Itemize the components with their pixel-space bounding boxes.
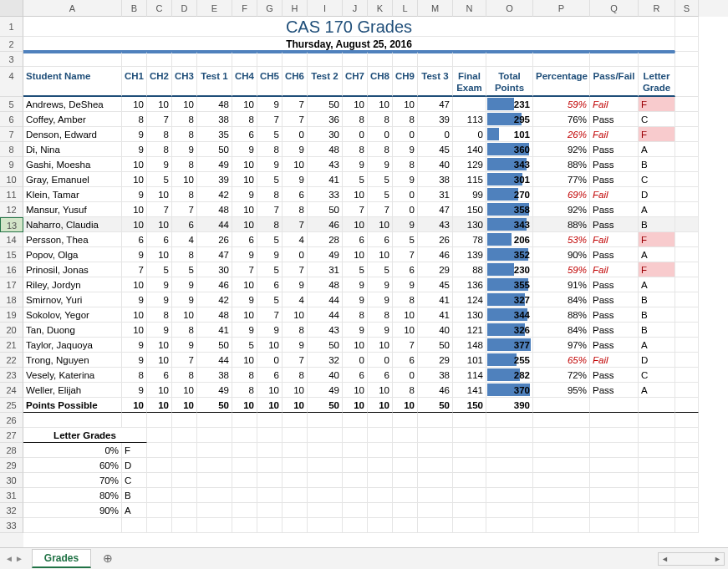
row-header-18[interactable]: 18 [0, 292, 23, 307]
cell[interactable] [453, 428, 486, 443]
val[interactable]: 6 [343, 232, 368, 247]
val[interactable]: 9 [368, 323, 393, 338]
passfail[interactable]: Pass [590, 383, 639, 398]
val[interactable]: 46 [418, 247, 453, 262]
val[interactable]: 31 [418, 187, 453, 202]
cell[interactable] [232, 413, 257, 428]
cell-S[interactable] [675, 338, 699, 353]
val[interactable]: 38 [418, 368, 453, 383]
percentage[interactable]: 53% [533, 232, 590, 247]
cell[interactable] [308, 518, 343, 533]
header-test-2[interactable]: Test 2 [308, 67, 343, 97]
cell-row3-3[interactable] [172, 52, 197, 67]
val[interactable]: 7 [368, 202, 393, 217]
row-header-19[interactable]: 19 [0, 307, 23, 323]
cell[interactable] [486, 518, 533, 533]
letter-grade[interactable]: B [639, 323, 675, 338]
val[interactable]: 4 [283, 232, 308, 247]
cell[interactable] [197, 428, 232, 443]
horizontal-scrollbar[interactable]: ◄ ► [658, 552, 725, 566]
cell-grid[interactable]: CAS 170 GradesThursday, August 25, 2016S… [23, 17, 728, 547]
cell-row3-14[interactable] [486, 52, 533, 67]
val[interactable]: 10 [343, 383, 368, 398]
cell[interactable] [232, 488, 257, 503]
cell[interactable] [533, 503, 590, 518]
percentage[interactable]: 84% [533, 292, 590, 307]
val[interactable]: 45 [418, 142, 453, 157]
val[interactable]: 8 [283, 323, 308, 338]
val[interactable]: 38 [418, 172, 453, 187]
total-points-bar[interactable]: 377 [486, 338, 533, 353]
val[interactable]: 10 [147, 338, 172, 353]
val[interactable]: 6 [147, 232, 172, 247]
val[interactable]: 9 [393, 172, 418, 187]
passfail[interactable]: Pass [590, 247, 639, 262]
cell[interactable] [197, 458, 232, 473]
val[interactable]: 9 [122, 142, 147, 157]
val[interactable]: 33 [308, 187, 343, 202]
val[interactable]: 9 [393, 277, 418, 292]
row-header-7[interactable]: 7 [0, 127, 23, 142]
val[interactable]: 10 [122, 217, 147, 232]
val[interactable]: 32 [308, 353, 343, 368]
sheet-tab-grades[interactable]: Grades [32, 549, 91, 568]
row-header-12[interactable]: 12 [0, 202, 23, 217]
cell[interactable] [675, 458, 699, 473]
row-header-21[interactable]: 21 [0, 338, 23, 353]
val[interactable]: 8 [343, 112, 368, 127]
scroll-left-icon[interactable]: ◄ [659, 555, 671, 563]
cell[interactable] [418, 503, 453, 518]
possible-val[interactable]: 10 [147, 398, 172, 413]
cell[interactable] [257, 443, 283, 458]
col-header-A[interactable]: A [23, 0, 122, 17]
tab-next-icon[interactable]: ► [15, 554, 23, 563]
student-name[interactable]: Sokolov, Yegor [23, 307, 122, 323]
cell[interactable] [172, 458, 197, 473]
val[interactable]: 0 [283, 247, 308, 262]
val[interactable]: 8 [172, 368, 197, 383]
cell[interactable] [675, 413, 699, 428]
total-points-bar[interactable]: 301 [486, 172, 533, 187]
header-final-exam[interactable]: Final Exam [453, 67, 486, 97]
cell[interactable] [172, 473, 197, 488]
row-header-9[interactable]: 9 [0, 157, 23, 172]
val[interactable]: 7 [393, 247, 418, 262]
total-points-bar[interactable]: 326 [486, 323, 533, 338]
val[interactable]: 0 [393, 127, 418, 142]
passfail[interactable]: Fail [590, 232, 639, 247]
cell[interactable] [486, 503, 533, 518]
cell[interactable] [283, 473, 308, 488]
total-points-bar[interactable]: 101 [486, 127, 533, 142]
row-header-32[interactable]: 32 [0, 503, 23, 518]
row-header-22[interactable]: 22 [0, 353, 23, 368]
cell[interactable] [639, 518, 675, 533]
val[interactable]: 8 [122, 112, 147, 127]
val[interactable]: 9 [232, 323, 257, 338]
student-name[interactable]: Smirnov, Yuri [23, 292, 122, 307]
val[interactable]: 10 [232, 353, 257, 368]
cell[interactable] [639, 413, 675, 428]
possible-val[interactable]: 150 [453, 398, 486, 413]
cell[interactable] [368, 458, 393, 473]
val[interactable]: 8 [232, 368, 257, 383]
cell[interactable] [308, 443, 343, 458]
val[interactable]: 9 [368, 277, 393, 292]
cell-S[interactable] [675, 323, 699, 338]
val[interactable]: 10 [257, 383, 283, 398]
total-points-bar[interactable]: 206 [486, 232, 533, 247]
cell[interactable] [232, 443, 257, 458]
header-ch8[interactable]: CH8 [368, 67, 393, 97]
header-ch7[interactable]: CH7 [343, 67, 368, 97]
cell[interactable] [257, 518, 283, 533]
header-ch1[interactable]: CH1 [122, 67, 147, 97]
val[interactable]: 40 [308, 368, 343, 383]
passfail[interactable]: Pass [590, 307, 639, 323]
cell[interactable] [283, 518, 308, 533]
val[interactable]: 46 [418, 383, 453, 398]
col-header-B[interactable]: B [122, 0, 147, 17]
total-points-bar[interactable]: 352 [486, 247, 533, 262]
val[interactable]: 50 [308, 97, 343, 112]
letter-grades-header[interactable]: Letter Grades [23, 428, 147, 443]
col-header-S[interactable]: S [675, 0, 699, 17]
val[interactable]: 6 [343, 368, 368, 383]
